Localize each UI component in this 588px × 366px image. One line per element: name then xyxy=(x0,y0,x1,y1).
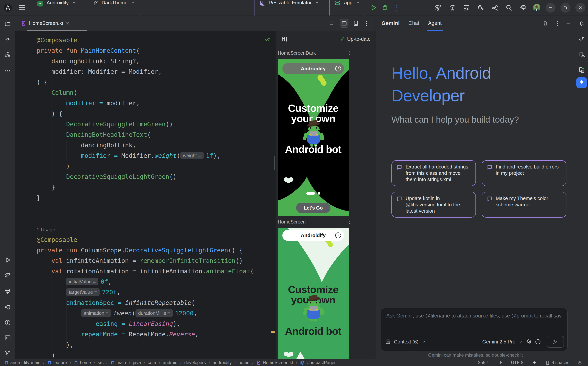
settings-icon[interactable] xyxy=(519,3,528,12)
notifications-icon[interactable] xyxy=(575,20,588,27)
breadcrumb-item[interactable]: java xyxy=(133,360,141,365)
breadcrumb-item[interactable]: developers xyxy=(184,360,206,365)
tab-agent[interactable]: Agent xyxy=(428,15,442,31)
tab-chat[interactable]: Chat xyxy=(408,15,419,31)
code-line[interactable]: dancingBotLink: String?, xyxy=(37,56,276,67)
attach-context-icon[interactable] xyxy=(385,339,391,345)
gradle-sync-icon[interactable] xyxy=(490,3,499,12)
suggestion-chip[interactable]: Update kotlin in @libs.version.toml to t… xyxy=(391,192,476,218)
sync-icon[interactable] xyxy=(448,3,457,12)
code-line[interactable]: animation =tween(durationMillis =12000, xyxy=(37,308,276,319)
chevron-down-icon[interactable] xyxy=(422,340,426,344)
avatar[interactable] xyxy=(533,4,541,12)
code-line[interactable]: dancingBotLink, xyxy=(37,140,276,151)
code-line[interactable]: val infiniteAnimation = rememberInfinite… xyxy=(37,256,276,266)
model-selector[interactable]: Gemini 2.5 Pro xyxy=(482,339,515,345)
code-line[interactable]: repeatMode = RepeatMode.Reverse, xyxy=(37,329,276,340)
tab-homescreen-kt[interactable]: HomeScreen.kt × xyxy=(15,15,74,31)
ai-spark-icon[interactable] xyxy=(532,360,537,365)
hide-panel-icon[interactable]: − xyxy=(566,19,570,27)
inspections-ok-icon[interactable] xyxy=(264,36,271,42)
suggestion-chip[interactable]: Make my Theme's color scheme warmer xyxy=(481,192,566,218)
problems-tool-icon[interactable] xyxy=(0,319,15,326)
code-line[interactable]: private fun MainHomeContent( xyxy=(37,46,276,56)
line-ending[interactable]: LF xyxy=(497,360,503,365)
breadcrumb-item[interactable]: main xyxy=(110,360,126,365)
history-icon[interactable] xyxy=(535,339,541,345)
code-line[interactable]: private fun ColumnScope.DecorativeSquigg… xyxy=(37,245,276,256)
more-actions-icon[interactable]: ⋮ xyxy=(394,4,400,11)
code-line[interactable]: 1 Usage xyxy=(37,224,276,235)
code-line[interactable]: targetValue =720f, xyxy=(37,287,276,297)
version-control-tool-icon[interactable] xyxy=(0,350,15,357)
code-line[interactable]: initialValue =0f, xyxy=(37,277,276,287)
preview-options-icon[interactable]: ⋮ xyxy=(347,219,352,224)
profiler-icon[interactable] xyxy=(462,3,471,12)
send-button[interactable] xyxy=(547,336,564,348)
code-line[interactable]: } xyxy=(37,182,276,192)
code-line[interactable]: val rotationAnimation = infiniteAnimatio… xyxy=(37,266,276,277)
suggestion-chip[interactable]: Find and resolve build errors in my proj… xyxy=(481,160,566,186)
preview-layout-icon[interactable] xyxy=(281,36,288,42)
breadcrumb-item[interactable]: HomeScreen.kt xyxy=(256,360,293,365)
chevron-down-icon[interactable] xyxy=(519,340,523,344)
code-line[interactable]: DecorativeSquiggleLimeGreen() xyxy=(37,119,276,130)
code-line[interactable]: } xyxy=(37,192,276,203)
caret-position[interactable]: 255:1 xyxy=(478,360,489,365)
preview-section-header-dark[interactable]: HomeScreenDark ⋮ xyxy=(278,47,375,59)
run-button[interactable] xyxy=(370,4,377,11)
context-label[interactable]: Context (6) xyxy=(394,339,419,345)
code-line[interactable]: modifier = Modifier.weight(weight =1f), xyxy=(37,151,276,161)
device-manager-icon[interactable] xyxy=(575,51,588,58)
code-line[interactable]: easing = LinearEasing), xyxy=(37,319,276,329)
preview-options-icon[interactable]: ⋮ xyxy=(347,50,352,56)
search-icon[interactable] xyxy=(504,3,513,12)
code-line[interactable] xyxy=(37,203,276,214)
breadcrumb-item[interactable]: home xyxy=(74,360,91,365)
info-icon[interactable]: i xyxy=(335,66,341,71)
preview-canvas-dark[interactable]: Androidify i Customize your own xyxy=(278,59,349,216)
preview-status[interactable]: ✓ Up-to-date xyxy=(340,36,371,42)
code-line[interactable]: @Composable xyxy=(37,35,276,46)
project-tool-icon[interactable] xyxy=(0,21,15,27)
window-minimize-button[interactable]: − xyxy=(546,3,556,13)
gemini-prompt-input[interactable] xyxy=(386,313,562,319)
info-icon[interactable]: i xyxy=(335,232,341,238)
breadcrumb-item[interactable]: home xyxy=(238,360,250,365)
breadcrumb-item[interactable]: androidify-main xyxy=(4,360,40,365)
gemini-input-card[interactable]: Context (6) Gemini 2.5 Pro xyxy=(381,308,568,351)
logcat-tool-icon[interactable] xyxy=(0,304,15,310)
app-quality-insights-tool-icon[interactable] xyxy=(0,288,15,295)
code-line[interactable]: modifier: Modifier = Modifier, xyxy=(37,67,276,77)
breadcrumb-item[interactable]: src xyxy=(98,360,104,365)
breadcrumb-item[interactable]: com xyxy=(148,360,156,365)
debug-button[interactable] xyxy=(382,4,389,11)
gradle-tool-icon[interactable] xyxy=(575,36,588,42)
run-tool-icon[interactable] xyxy=(0,257,15,263)
code-line[interactable]: ) { xyxy=(37,77,276,87)
design-view-button[interactable] xyxy=(351,19,360,28)
code-line[interactable]: ) { xyxy=(37,108,276,119)
code-line[interactable]: @Composable xyxy=(37,235,276,245)
code-line[interactable]: ) xyxy=(37,161,276,172)
breadcrumb-item[interactable]: CompactPager xyxy=(300,360,336,365)
build-icon[interactable] xyxy=(434,3,443,12)
attach-debugger-icon[interactable] xyxy=(476,3,485,12)
terminal-tool-icon[interactable] xyxy=(0,335,15,341)
breadcrumb-item[interactable]: androidify xyxy=(213,360,232,365)
main-menu-icon[interactable] xyxy=(19,5,25,10)
code-editor[interactable]: @Composableprivate fun MainHomeContent(d… xyxy=(15,31,276,359)
running-devices-icon[interactable] xyxy=(575,67,588,73)
breadcrumb-item[interactable]: android xyxy=(163,360,177,365)
build-tool-icon[interactable] xyxy=(0,272,15,279)
delete-conversation-icon[interactable] xyxy=(542,20,548,26)
gemini-tool-icon[interactable] xyxy=(575,77,588,88)
resource-manager-tool-icon[interactable] xyxy=(0,52,15,58)
split-view-button[interactable] xyxy=(340,19,348,28)
breadcrumb-item[interactable]: feature xyxy=(47,360,67,365)
code-line[interactable]: ), xyxy=(37,340,276,350)
write-access-lock-icon[interactable] xyxy=(578,360,583,365)
prompt-settings-icon[interactable] xyxy=(526,339,532,345)
preview-canvas-light[interactable]: Androidify i Customize your own xyxy=(278,228,349,359)
window-restore-button[interactable] xyxy=(560,3,570,13)
